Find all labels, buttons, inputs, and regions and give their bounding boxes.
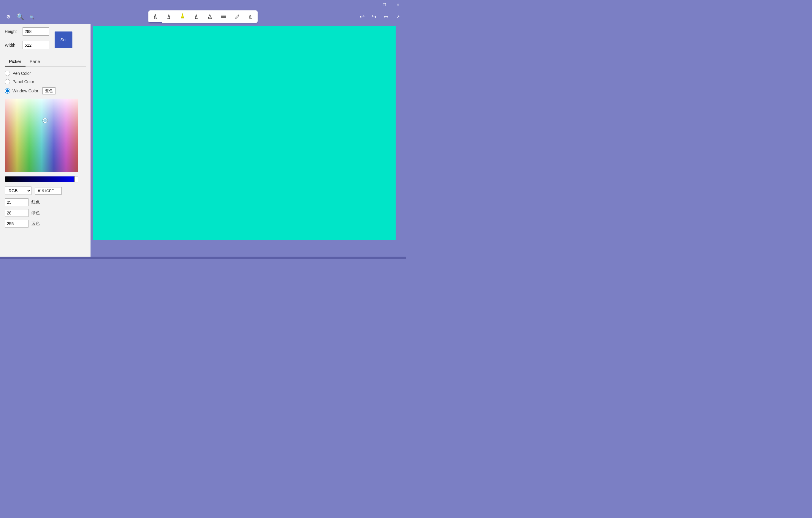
hue-slider[interactable]	[5, 176, 78, 182]
maximize-button[interactable]: ❐	[378, 0, 391, 9]
color-mode-select[interactable]: RGB	[5, 187, 31, 195]
canvas-toggle-button[interactable]: ▭	[380, 11, 391, 22]
red-row: 红色	[5, 198, 86, 206]
svg-rect-7	[209, 18, 211, 19]
toolbar: ⚙ 🔍 🔍	[0, 9, 406, 24]
svg-marker-0	[154, 14, 156, 19]
tool-pencil-button[interactable]	[230, 10, 244, 23]
pen-color-label: Pen Color	[12, 71, 31, 76]
width-label: Width	[5, 43, 23, 48]
redo-button[interactable]: ↪	[369, 11, 379, 22]
zoom-out-button[interactable]: 🔍	[27, 11, 37, 22]
window-color-option[interactable]: Window Color 蓝色	[5, 87, 86, 94]
blue-label: 蓝色	[31, 221, 40, 226]
red-label: 红色	[31, 199, 40, 205]
window-color-badge: 蓝色	[42, 87, 56, 94]
svg-marker-3	[181, 14, 184, 18]
svg-marker-1	[168, 15, 170, 19]
hex-input[interactable]	[35, 187, 62, 195]
green-label: 绿色	[31, 210, 40, 216]
dimensions-group: Height Width Set	[5, 27, 86, 52]
red-input[interactable]	[5, 198, 28, 206]
tool-fill-button[interactable]	[203, 10, 216, 23]
set-button[interactable]: Set	[55, 31, 72, 48]
tool-brush-button[interactable]	[176, 10, 190, 23]
undo-button[interactable]: ↩	[357, 11, 368, 22]
width-row: Width	[5, 41, 52, 49]
dimensions-inputs: Height Width	[5, 27, 52, 52]
canvas-area	[90, 24, 406, 256]
pen-color-radio[interactable]	[5, 71, 10, 76]
panel-color-option[interactable]: Panel Color	[5, 79, 86, 84]
panel-color-label: Panel Color	[12, 79, 34, 84]
blue-row: 蓝色	[5, 220, 86, 227]
hue-thumb[interactable]	[74, 176, 78, 182]
tool-lines-button[interactable]	[216, 10, 230, 23]
height-input[interactable]	[23, 27, 49, 36]
settings-button[interactable]: ⚙	[3, 11, 13, 22]
main-area: Height Width Set Picker Pane Pen Color	[0, 24, 406, 256]
close-button[interactable]: ✕	[391, 0, 405, 9]
green-input[interactable]	[5, 209, 28, 217]
toolbar-left: ⚙ 🔍 🔍	[3, 11, 37, 22]
toolbar-right: ↩ ↪ ▭ ↗	[357, 11, 403, 22]
svg-line-11	[238, 15, 239, 15]
picker-tab[interactable]: Picker	[5, 57, 26, 66]
panel-color-radio[interactable]	[5, 79, 10, 84]
picker-pane-tabs: Picker Pane	[5, 57, 86, 66]
tool-eraser-button[interactable]	[190, 10, 203, 23]
color-mode-row: RGB	[5, 187, 86, 195]
sidebar: Height Width Set Picker Pane Pen Color	[0, 24, 90, 256]
canvas-content[interactable]	[93, 26, 396, 240]
zoom-in-button[interactable]: 🔍	[15, 11, 26, 22]
blue-input[interactable]	[5, 220, 28, 227]
height-label: Height	[5, 29, 23, 34]
bottom-bar	[0, 256, 406, 259]
window-color-label: Window Color	[12, 88, 38, 93]
gradient-dark-overlay	[5, 99, 78, 172]
titlebar: — ❐ ✕	[0, 0, 406, 9]
color-picker-area[interactable]	[5, 99, 78, 172]
tool-pen-button[interactable]	[162, 10, 176, 23]
export-button[interactable]: ↗	[393, 11, 403, 22]
tool-select-button[interactable]	[148, 10, 162, 23]
pen-color-option[interactable]: Pen Color	[5, 71, 86, 76]
height-row: Height	[5, 27, 52, 36]
minimize-button[interactable]: —	[364, 0, 378, 9]
green-row: 绿色	[5, 209, 86, 217]
toolbar-center	[148, 10, 258, 23]
width-input[interactable]	[23, 41, 49, 49]
tool-touch-button[interactable]	[244, 10, 258, 23]
pane-tab[interactable]: Pane	[26, 57, 44, 66]
window-color-radio[interactable]	[5, 88, 10, 93]
color-mode-radio-group: Pen Color Panel Color Window Color 蓝色	[5, 71, 86, 94]
gradient-bg	[5, 99, 78, 172]
